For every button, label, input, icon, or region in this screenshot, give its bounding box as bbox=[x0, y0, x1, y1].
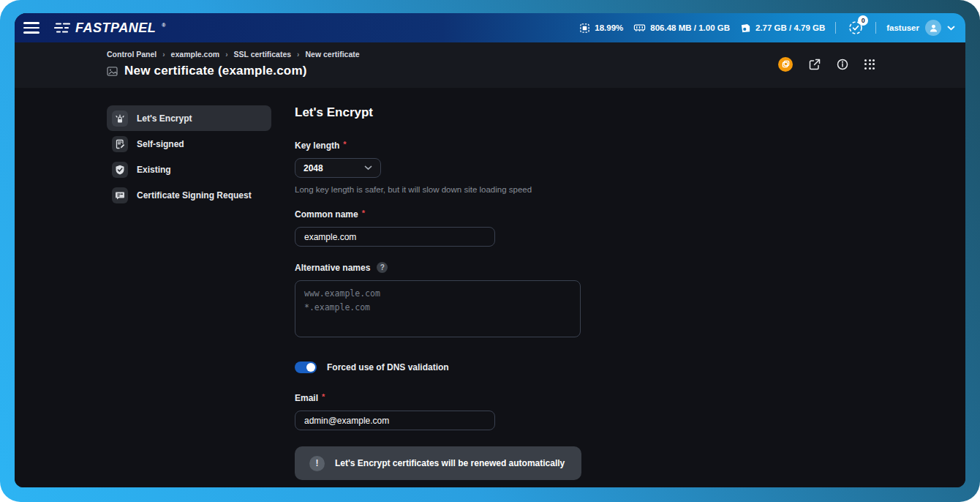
page-title: New certificate (example.com) bbox=[124, 64, 307, 78]
key-length-group: Key length * 2048 Long key length is saf… bbox=[295, 141, 581, 194]
page-image-icon bbox=[107, 67, 118, 76]
exclamation-icon: ! bbox=[309, 456, 325, 471]
breadcrumb-site[interactable]: example.com bbox=[171, 50, 220, 59]
lets-encrypt-icon bbox=[112, 110, 128, 127]
breadcrumb-separator: › bbox=[225, 50, 227, 59]
ram-usage-value: 806.48 MB / 1.00 GB bbox=[650, 23, 730, 32]
external-link-icon[interactable] bbox=[809, 59, 821, 70]
cpu-icon bbox=[579, 23, 590, 34]
sidebar-item-existing[interactable]: Existing bbox=[107, 157, 271, 182]
dns-validation-toggle[interactable] bbox=[295, 361, 317, 373]
dns-validation-label: Forced use of DNS validation bbox=[327, 362, 449, 372]
breadcrumb-current: New certificate bbox=[305, 50, 359, 59]
sidebar-item-lets-encrypt[interactable]: Let's Encrypt bbox=[107, 105, 271, 131]
topbar-divider bbox=[875, 22, 876, 34]
common-name-input[interactable] bbox=[295, 227, 495, 247]
main-content: Let's Encrypt Self-signed bbox=[15, 88, 965, 487]
renewal-notice-text: Let's Encrypt certificates will be renew… bbox=[335, 458, 565, 468]
sidebar-item-self-signed[interactable]: Self-signed bbox=[107, 131, 271, 157]
help-icon[interactable]: ? bbox=[377, 262, 388, 273]
breadcrumb-separator: › bbox=[162, 50, 165, 59]
csr-icon bbox=[112, 187, 128, 203]
key-length-label: Key length bbox=[295, 141, 339, 151]
cpu-usage-stat: 18.99% bbox=[579, 23, 623, 34]
topbar-divider bbox=[835, 22, 836, 34]
user-menu[interactable]: fastuser bbox=[886, 20, 955, 36]
info-icon[interactable] bbox=[837, 59, 848, 70]
form-heading: Let's Encrypt bbox=[295, 105, 581, 120]
username: fastuser bbox=[886, 23, 919, 32]
window-frame: FASTPANEL® 18.99% bbox=[0, 0, 980, 502]
renewal-notice: ! Let's Encrypt certificates will be ren… bbox=[295, 446, 581, 480]
certificate-type-sidebar: Let's Encrypt Self-signed bbox=[107, 105, 271, 487]
fastpanel-logo[interactable]: FASTPANEL® bbox=[54, 20, 165, 36]
app-window: FASTPANEL® 18.99% bbox=[15, 13, 965, 487]
breadcrumb-control-panel[interactable]: Control Panel bbox=[107, 50, 157, 59]
sidebar-item-label: Let's Encrypt bbox=[137, 113, 192, 124]
cpu-usage-value: 18.99% bbox=[595, 23, 623, 32]
lets-encrypt-form: Let's Encrypt Key length * 2048 Long key… bbox=[295, 105, 581, 487]
app-status-button[interactable] bbox=[778, 57, 793, 72]
sidebar-item-label: Existing bbox=[137, 165, 171, 175]
tasks-button[interactable]: 0 bbox=[846, 18, 865, 37]
disk-usage-stat: 2.77 GB / 4.79 GB bbox=[740, 23, 825, 34]
avatar bbox=[925, 20, 941, 36]
alternative-names-label: Alternative names bbox=[295, 263, 370, 273]
sidebar-item-csr[interactable]: Certificate Signing Request bbox=[107, 182, 271, 208]
menu-toggle-button[interactable] bbox=[23, 21, 41, 34]
brand-name: FASTPANEL bbox=[75, 20, 156, 36]
shield-check-icon bbox=[112, 162, 128, 178]
breadcrumb: Control Panel › example.com › SSL certif… bbox=[107, 50, 360, 59]
common-name-label: Common name bbox=[295, 209, 358, 220]
breadcrumb-ssl-certificates[interactable]: SSL certificates bbox=[234, 50, 292, 59]
chevron-down-icon bbox=[947, 26, 955, 31]
tasks-badge: 0 bbox=[858, 15, 868, 26]
disk-icon bbox=[740, 23, 751, 34]
required-marker: * bbox=[362, 209, 365, 217]
alternative-names-textarea[interactable] bbox=[295, 280, 581, 337]
key-length-hint: Long key length is safer, but it will sl… bbox=[295, 185, 581, 194]
key-length-select[interactable]: 2048 bbox=[295, 158, 381, 178]
fastpanel-logo-icon bbox=[54, 21, 70, 34]
disk-usage-value: 2.77 GB / 4.79 GB bbox=[755, 23, 825, 32]
registered-mark: ® bbox=[162, 23, 165, 28]
email-input[interactable] bbox=[295, 411, 495, 430]
alternative-names-group: Alternative names ? bbox=[295, 262, 581, 340]
breadcrumb-separator: › bbox=[297, 50, 299, 59]
email-group: Email * bbox=[295, 393, 581, 430]
required-marker: * bbox=[322, 392, 325, 401]
topbar: FASTPANEL® 18.99% bbox=[15, 13, 965, 42]
ram-icon bbox=[633, 23, 646, 33]
sidebar-item-label: Self-signed bbox=[137, 139, 184, 149]
key-length-value: 2048 bbox=[304, 163, 323, 173]
required-marker: * bbox=[343, 140, 346, 149]
sidebar-item-label: Certificate Signing Request bbox=[137, 190, 252, 201]
chevron-down-icon bbox=[364, 165, 372, 171]
apps-grid-icon[interactable] bbox=[864, 59, 875, 70]
common-name-group: Common name * bbox=[295, 209, 581, 247]
ram-usage-stat: 806.48 MB / 1.00 GB bbox=[633, 23, 730, 33]
self-signed-icon bbox=[112, 136, 128, 152]
dns-validation-row: Forced use of DNS validation bbox=[295, 361, 581, 373]
page-header: Control Panel › example.com › SSL certif… bbox=[15, 42, 965, 88]
email-label: Email bbox=[295, 393, 318, 403]
